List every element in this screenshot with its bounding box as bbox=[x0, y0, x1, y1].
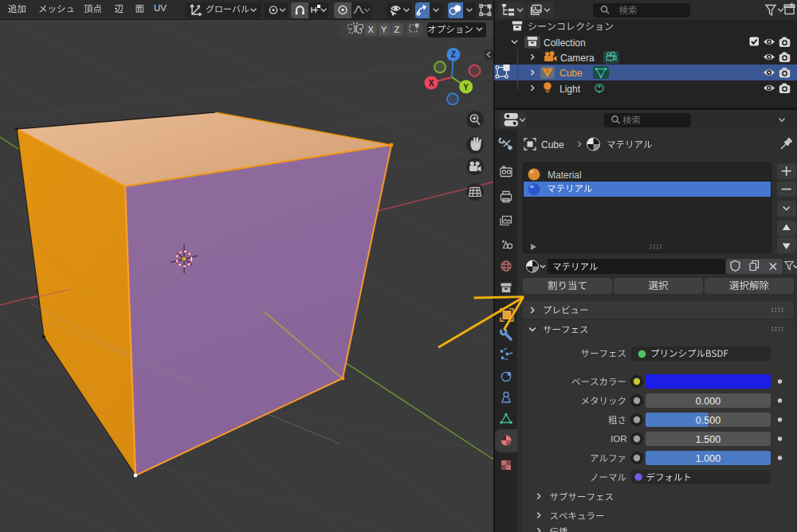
svg-text:Y: Y bbox=[463, 83, 469, 92]
svg-text:Z: Z bbox=[451, 50, 456, 59]
svg-text:X: X bbox=[429, 79, 434, 88]
